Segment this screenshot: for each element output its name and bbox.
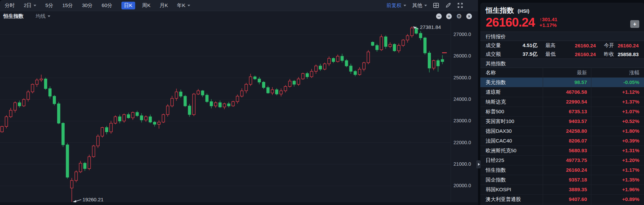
index-last: 49773.75	[543, 156, 591, 165]
index-name: 恒生指数	[486, 6, 514, 14]
col-change: 涨幅	[591, 68, 644, 77]
index-last: 9403.57	[543, 117, 591, 126]
price-change: 301.41	[542, 16, 557, 22]
axis-tick-label: 27000.0	[453, 32, 471, 37]
settings-icon[interactable]: ⚙	[456, 13, 462, 19]
chevron-down-icon	[48, 15, 50, 17]
index-name: 澳大利亚普通股	[480, 196, 543, 203]
index-row-道琼斯[interactable]: 道琼斯46706.58+1.12%	[480, 87, 644, 97]
quote-value: 37.5亿	[511, 51, 537, 57]
fullscreen-icon[interactable]	[457, 2, 463, 8]
add-to-watchlist-button[interactable]: +	[630, 20, 639, 28]
toolbar-item-15分[interactable]: 15分	[62, 2, 73, 9]
candlestick-chart[interactable]	[0, 0, 478, 205]
index-name: 恒生指数	[480, 167, 543, 173]
ma-dropdown[interactable]: 均线	[36, 13, 50, 19]
index-change: +0.39%	[591, 136, 644, 146]
index-name: 标普500	[480, 109, 543, 115]
axis-tick-label: 24000.0	[453, 96, 471, 102]
index-name: 道琼斯	[480, 89, 543, 95]
indices-section-header: 其他指数	[480, 58, 644, 68]
index-row-法国CAC40[interactable]: 法国CAC408206.07+0.39%	[480, 136, 644, 146]
index-row-恒生指数[interactable]: 恒生指数26160.24+1.17%	[480, 165, 644, 175]
index-row-日经225[interactable]: 日经22549773.75+1.20%	[480, 156, 644, 165]
chart-icon-cluster: − + ⚙ ×	[436, 13, 475, 19]
axis-tick-label: 22000.0	[453, 140, 471, 145]
index-row-德国DAX30[interactable]: 德国DAX3024258.80+1.80%	[480, 126, 644, 136]
index-row-国企指数[interactable]: 国企指数9357.18+1.35%	[480, 175, 644, 185]
axis-tick-label: 20000.0	[453, 183, 471, 188]
index-change: +0.89%	[591, 195, 644, 204]
quote-label: 最低	[545, 51, 559, 57]
toolbar-item-label: 分时	[5, 2, 15, 9]
col-name: 名称	[480, 70, 543, 76]
index-last: 46706.58	[543, 87, 591, 97]
index-name: 纳斯达克	[480, 99, 543, 105]
chevron-right-icon	[478, 163, 480, 166]
quote-row: 成交额37.5亿最低26160.24昨收25858.83	[480, 50, 644, 58]
quote-panel-header: 恒生指数 (HSI) 26160.24 ↑301.41 +1.17% +	[480, 3, 644, 32]
adjust-mode-label: 前复权	[386, 2, 401, 9]
quote-label: 成交额	[486, 51, 511, 57]
index-name: 韩国KOSPI	[480, 187, 543, 193]
toolbar-item-分时[interactable]: 分时	[5, 2, 15, 9]
zoom-in-icon[interactable]: +	[446, 13, 452, 19]
toolbar-item-30分[interactable]: 30分	[82, 2, 93, 9]
index-row-澳大利亚普通股[interactable]: 澳大利亚普通股9407.60+0.89%	[480, 195, 644, 204]
index-name: 国企指数	[480, 177, 543, 183]
high-annotation: 27381.84	[420, 24, 441, 30]
index-row-美元指数[interactable]: 美元指数98.57-0.05%	[480, 78, 644, 87]
index-change: +1.80%	[591, 126, 644, 136]
index-row-纳斯达克[interactable]: 纳斯达克22990.54+1.37%	[480, 97, 644, 107]
toolbar-item-label: 5分	[45, 2, 53, 9]
quote-panel: 恒生指数 (HSI) 26160.24 ↑301.41 +1.17% + 行情报…	[480, 3, 644, 205]
quote-label: 最高	[545, 42, 559, 49]
adjust-mode-dropdown[interactable]: 前复权	[386, 2, 406, 9]
axis-tick-label: 23000.0	[453, 118, 471, 123]
index-row-欧洲斯托克50[interactable]: 欧洲斯托克505680.93+1.31%	[480, 146, 644, 156]
index-change: +1.37%	[591, 97, 644, 107]
quote-value: 26160.24	[559, 43, 596, 48]
toolbar-item-label: 30分	[82, 2, 93, 9]
layout-grid-icon[interactable]	[433, 2, 439, 8]
price-change-pct: +1.17%	[539, 22, 557, 28]
index-name: 德国DAX30	[480, 128, 543, 134]
quote-row: 成交量4.51亿最高26160.24今开26160.24	[480, 41, 644, 50]
index-name: 日经225	[480, 157, 543, 164]
other-dropdown[interactable]: 其他	[412, 2, 427, 9]
index-change: +1.31%	[591, 146, 644, 155]
col-last: 最新	[543, 68, 591, 77]
period-toolbar: 分时2日5分15分30分60分日K周K月K年K 前复权 其他	[0, 0, 478, 11]
panel-collapse-handle[interactable]	[476, 160, 481, 168]
quote-label: 昨收	[604, 51, 618, 57]
toolbar-item-5分[interactable]: 5分	[45, 2, 53, 9]
zoom-out-icon[interactable]: −	[436, 13, 442, 19]
chart-symbol-label: 恒生指数	[3, 13, 23, 19]
toolbar-items: 分时2日5分15分30分60分日K周K月K年K	[5, 2, 199, 9]
toolbar-item-周K[interactable]: 周K	[142, 2, 151, 9]
chevron-down-icon	[404, 5, 406, 6]
quote-value: 25858.83	[618, 51, 639, 57]
index-row-韩国KOSPI[interactable]: 韩国KOSPI3889.35+1.96%	[480, 185, 644, 195]
toolbar-item-日K[interactable]: 日K	[121, 2, 135, 9]
toolbar-item-2日[interactable]: 2日	[24, 2, 36, 9]
draw-brush-icon[interactable]	[445, 2, 451, 8]
index-row-英国富时100[interactable]: 英国富时1009403.57+0.52%	[480, 117, 644, 126]
index-change: +1.07%	[591, 107, 644, 116]
index-last: 22990.54	[543, 97, 591, 107]
toolbar-item-label: 日K	[124, 2, 132, 9]
chevron-down-icon	[187, 5, 190, 6]
index-name: 欧洲斯托克50	[480, 148, 543, 154]
toolbar-item-60分[interactable]: 60分	[102, 2, 112, 9]
toolbar-item-月K[interactable]: 月K	[160, 2, 168, 9]
index-last: 5680.93	[543, 146, 591, 155]
close-chart-icon[interactable]: ×	[466, 13, 472, 19]
quote-section-header: 行情报价	[480, 32, 644, 41]
chart-pane: 分时2日5分15分30分60分日K周K月K年K 前复权 其他	[0, 0, 478, 205]
index-name: 美元指数	[480, 79, 543, 86]
index-last: 9407.60	[543, 195, 591, 204]
toolbar-item-年K[interactable]: 年K	[177, 2, 190, 9]
index-row-标普500[interactable]: 标普5006735.13+1.07%	[480, 107, 644, 117]
toolbar-item-label: 60分	[102, 2, 112, 9]
index-last: 24258.80	[543, 126, 591, 136]
